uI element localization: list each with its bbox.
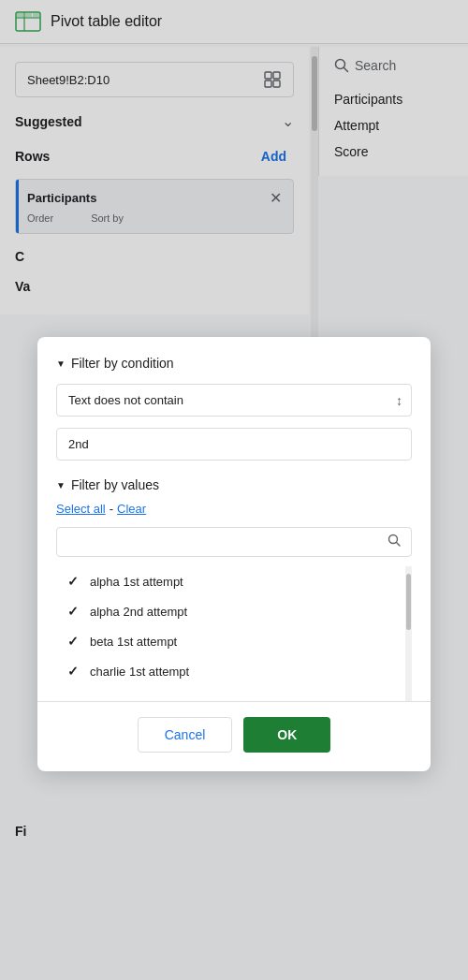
- filter-values-header: ▼ Filter by values: [56, 477, 412, 492]
- cancel-button[interactable]: Cancel: [138, 717, 233, 753]
- filter-modal: ▼ Filter by condition None Text contains…: [37, 337, 431, 771]
- clear-button[interactable]: Clear: [117, 502, 146, 516]
- filter-values-title: Filter by values: [71, 477, 159, 492]
- value-item-label: alpha 1st attempt: [90, 575, 183, 589]
- condition-select-wrapper[interactable]: None Text contains Text does not contain…: [56, 384, 412, 417]
- values-search-icon: [388, 534, 402, 550]
- list-item[interactable]: ✓ charlie 1st attempt: [56, 656, 412, 686]
- values-list-wrapper: ✓ alpha 1st attempt ✓ alpha 2nd attempt …: [56, 566, 412, 701]
- ok-button[interactable]: OK: [243, 717, 330, 753]
- dash-separator: -: [110, 502, 113, 516]
- values-search-box[interactable]: [56, 527, 412, 557]
- list-item[interactable]: ✓ beta 1st attempt: [56, 626, 412, 656]
- value-item-label: beta 1st attempt: [90, 635, 177, 649]
- modal-footer: Cancel OK: [37, 701, 431, 771]
- select-all-button[interactable]: Select all: [56, 502, 106, 516]
- list-item[interactable]: ✓ alpha 1st attempt: [56, 566, 412, 596]
- list-item[interactable]: ✓ alpha 2nd attempt: [56, 596, 412, 626]
- check-icon: ✓: [67, 634, 79, 649]
- value-item-label: charlie 1st attempt: [90, 665, 189, 679]
- check-icon: ✓: [67, 574, 79, 589]
- check-icon: ✓: [67, 604, 79, 619]
- filter-condition-title: Filter by condition: [71, 356, 174, 371]
- triangle-icon: ▼: [56, 358, 66, 369]
- condition-select[interactable]: None Text contains Text does not contain…: [56, 384, 412, 417]
- filter-value-input[interactable]: [56, 428, 412, 461]
- select-all-clear-row: Select all - Clear: [56, 502, 412, 516]
- value-item-label: alpha 2nd attempt: [90, 605, 187, 619]
- filter-condition-header: ▼ Filter by condition: [56, 356, 412, 371]
- values-list: ✓ alpha 1st attempt ✓ alpha 2nd attempt …: [56, 566, 412, 686]
- check-icon: ✓: [67, 664, 79, 679]
- modal-scrollbar-thumb: [406, 574, 411, 630]
- modal-body: ▼ Filter by condition None Text contains…: [37, 337, 431, 701]
- modal-list-scrollbar[interactable]: [405, 566, 412, 701]
- triangle-icon-values: ▼: [56, 480, 66, 490]
- values-search-input[interactable]: [66, 535, 388, 549]
- svg-line-13: [397, 543, 401, 547]
